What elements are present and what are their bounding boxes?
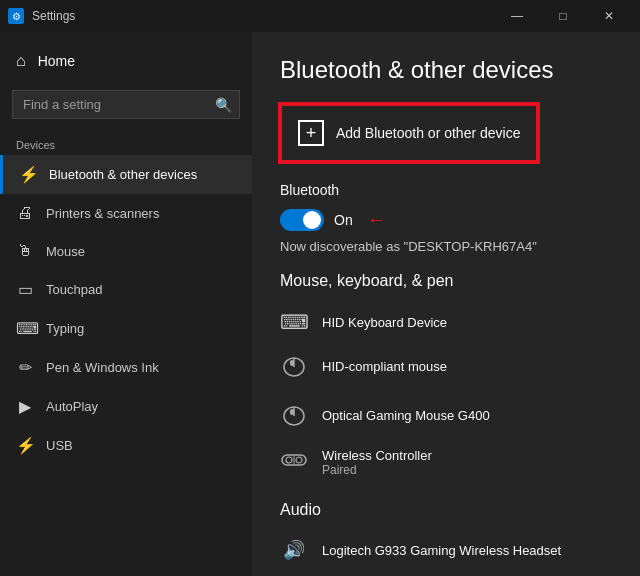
headset-name: Logitech G933 Gaming Wireless Headset (322, 543, 561, 558)
autoplay-icon: ▶ (16, 397, 34, 416)
search-icon: 🔍 (215, 97, 232, 113)
device-item-controller[interactable]: Wireless Controller Paired (280, 440, 612, 485)
keyboard-device-info: HID Keyboard Device (322, 315, 447, 330)
sidebar-item-autoplay-label: AutoPlay (46, 399, 98, 414)
sidebar-item-printers[interactable]: 🖨 Printers & scanners (0, 194, 252, 232)
headset-icon: 🔊 (280, 539, 308, 561)
maximize-button[interactable]: □ (540, 0, 586, 32)
app-icon: ⚙ (8, 8, 24, 24)
printer-icon: 🖨 (16, 204, 34, 222)
devices-section-label: Devices (0, 127, 252, 155)
home-icon: ⌂ (16, 52, 26, 70)
svg-point-8 (296, 457, 302, 463)
sidebar: ⌂ Home 🔍 Devices ⚡ Bluetooth & other dev… (0, 32, 252, 576)
keyboard-device-icon: ⌨ (280, 310, 308, 334)
window-controls: — □ ✕ (494, 0, 632, 32)
hid-mouse-icon (280, 350, 308, 383)
search-input[interactable] (12, 90, 240, 119)
sidebar-item-mouse[interactable]: 🖱 Mouse (0, 232, 252, 270)
mouse-section-title: Mouse, keyboard, & pen (280, 272, 612, 290)
bluetooth-icon: ⚡ (19, 165, 37, 184)
bluetooth-toggle-label: On (334, 212, 353, 228)
sidebar-item-printers-label: Printers & scanners (46, 206, 159, 221)
controller-device-status: Paired (322, 463, 432, 477)
sidebar-home-item[interactable]: ⌂ Home (0, 40, 252, 82)
sidebar-item-touchpad-label: Touchpad (46, 282, 102, 297)
optical-mouse-name: Optical Gaming Mouse G400 (322, 408, 490, 423)
hid-mouse-info: HID-compliant mouse (322, 359, 447, 374)
svg-rect-5 (290, 409, 294, 415)
minimize-button[interactable]: — (494, 0, 540, 32)
controller-device-info: Wireless Controller Paired (322, 448, 432, 477)
device-item-optical-mouse[interactable]: Optical Gaming Mouse G400 (280, 391, 612, 440)
device-item-headset[interactable]: 🔊 Logitech G933 Gaming Wireless Headset (280, 531, 612, 569)
sidebar-item-pen[interactable]: ✏ Pen & Windows Ink (0, 348, 252, 387)
sidebar-item-pen-label: Pen & Windows Ink (46, 360, 159, 375)
add-device-button[interactable]: + Add Bluetooth or other device (280, 104, 538, 162)
window-title: Settings (32, 9, 494, 23)
arrow-icon: ← (367, 208, 387, 231)
svg-rect-2 (290, 360, 294, 366)
search-box: 🔍 (12, 90, 240, 119)
discoverable-text: Now discoverable as "DESKTOP-KRH67A4" (280, 239, 612, 254)
sidebar-item-autoplay[interactable]: ▶ AutoPlay (0, 387, 252, 426)
keyboard-device-name: HID Keyboard Device (322, 315, 447, 330)
app-body: ⌂ Home 🔍 Devices ⚡ Bluetooth & other dev… (0, 32, 640, 576)
audio-section-title: Audio (280, 501, 612, 519)
page-title: Bluetooth & other devices (280, 56, 612, 84)
sidebar-item-mouse-label: Mouse (46, 244, 85, 259)
sidebar-home-label: Home (38, 53, 75, 69)
touchpad-icon: ▭ (16, 280, 34, 299)
sidebar-item-touchpad[interactable]: ▭ Touchpad (0, 270, 252, 309)
sidebar-item-bluetooth-label: Bluetooth & other devices (49, 167, 197, 182)
toggle-knob (303, 211, 321, 229)
mouse-icon: 🖱 (16, 242, 34, 260)
close-button[interactable]: ✕ (586, 0, 632, 32)
sidebar-item-usb-label: USB (46, 438, 73, 453)
device-item-keyboard[interactable]: ⌨ HID Keyboard Device (280, 302, 612, 342)
controller-device-name: Wireless Controller (322, 448, 432, 463)
sidebar-item-usb[interactable]: ⚡ USB (0, 426, 252, 465)
sidebar-item-typing-label: Typing (46, 321, 84, 336)
sidebar-item-typing[interactable]: ⌨ Typing (0, 309, 252, 348)
titlebar: ⚙ Settings — □ ✕ (0, 0, 640, 32)
pen-icon: ✏ (16, 358, 34, 377)
sidebar-item-bluetooth[interactable]: ⚡ Bluetooth & other devices (0, 155, 252, 194)
usb-icon: ⚡ (16, 436, 34, 455)
optical-mouse-icon (280, 399, 308, 432)
optical-mouse-info: Optical Gaming Mouse G400 (322, 408, 490, 423)
bluetooth-toggle-row: On ← (280, 208, 612, 231)
bluetooth-toggle[interactable] (280, 209, 324, 231)
typing-icon: ⌨ (16, 319, 34, 338)
svg-point-7 (286, 457, 292, 463)
add-device-label: Add Bluetooth or other device (336, 125, 520, 141)
add-icon: + (298, 120, 324, 146)
hid-mouse-name: HID-compliant mouse (322, 359, 447, 374)
device-item-hid-mouse[interactable]: HID-compliant mouse (280, 342, 612, 391)
controller-device-icon (280, 450, 308, 475)
bluetooth-section-header: Bluetooth (280, 182, 612, 198)
main-content: Bluetooth & other devices + Add Bluetoot… (252, 32, 640, 576)
headset-info: Logitech G933 Gaming Wireless Headset (322, 543, 561, 558)
